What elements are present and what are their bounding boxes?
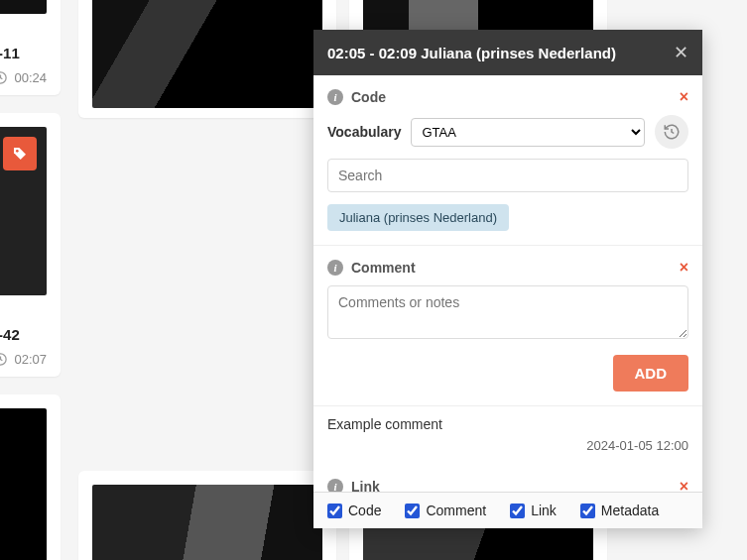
annotation-modal: 02:05 - 02:09 Juliana (prinses Nederland… xyxy=(313,30,702,528)
card-duration: 00:24 xyxy=(14,70,47,85)
toggle-code[interactable]: Code xyxy=(327,503,381,518)
remove-section-icon[interactable]: × xyxy=(680,478,688,492)
tag-icon xyxy=(3,137,37,170)
info-icon: i xyxy=(327,89,343,105)
thumbnail xyxy=(92,0,322,108)
video-card[interactable]: POLYGOON HOLLANDS NIEUWS Weeknummer 74-4… xyxy=(0,113,61,377)
code-search-input[interactable] xyxy=(327,159,688,192)
code-chip[interactable]: Juliana (prinses Nederland) xyxy=(327,204,509,231)
card-title: POLYGOON HOLLANDS NIEUWS Weeknummer 74-4… xyxy=(0,305,47,344)
code-section: i Code × Vocabulary GTAA Juliana (prinse… xyxy=(313,75,702,245)
section-heading: Link xyxy=(351,479,380,492)
card-duration: 02:07 xyxy=(14,352,47,367)
thumbnail xyxy=(92,485,322,560)
checkbox-code[interactable] xyxy=(327,504,342,518)
video-card[interactable] xyxy=(78,471,336,560)
video-card[interactable]: POLYGOON HOLLANDS NIEUWS Weeknummer 74-1… xyxy=(0,0,61,95)
history-icon[interactable] xyxy=(655,115,688,149)
remove-section-icon[interactable]: × xyxy=(680,88,688,106)
existing-comment: Example comment xyxy=(313,405,702,436)
comment-input[interactable] xyxy=(327,285,688,339)
checkbox-comment[interactable] xyxy=(405,504,420,518)
section-heading: Comment xyxy=(351,260,416,276)
section-heading: Code xyxy=(351,89,386,105)
video-card[interactable] xyxy=(0,394,61,560)
toggle-metadata[interactable]: Metadata xyxy=(580,503,659,518)
vocabulary-select[interactable]: GTAA xyxy=(411,118,645,147)
video-card[interactable] xyxy=(78,0,336,118)
column-1: POLYGOON HOLLANDS NIEUWS Weeknummer 74-1… xyxy=(0,0,61,560)
clock-icon xyxy=(0,70,8,85)
modal-footer: Code Comment Link Metadata xyxy=(313,492,702,528)
thumbnail xyxy=(0,127,47,295)
toggle-comment[interactable]: Comment xyxy=(405,503,486,518)
modal-title: 02:05 - 02:09 Juliana (prinses Nederland… xyxy=(327,45,616,61)
info-icon: i xyxy=(327,260,343,276)
link-section: i Link × xyxy=(313,465,702,492)
clock-icon xyxy=(0,352,8,367)
close-icon[interactable]: ✕ xyxy=(674,42,688,63)
thumbnail xyxy=(0,0,47,14)
info-icon: i xyxy=(327,479,343,492)
svg-point-1 xyxy=(16,150,19,153)
vocabulary-label: Vocabulary xyxy=(327,124,401,140)
card-title: POLYGOON HOLLANDS NIEUWS Weeknummer 74-1… xyxy=(0,24,47,62)
modal-header: 02:05 - 02:09 Juliana (prinses Nederland… xyxy=(313,30,702,75)
checkbox-link[interactable] xyxy=(510,504,525,518)
add-button[interactable]: ADD xyxy=(613,355,689,392)
modal-body: i Code × Vocabulary GTAA Juliana (prinse… xyxy=(313,75,702,492)
toggle-link[interactable]: Link xyxy=(510,503,557,518)
thumbnail xyxy=(0,408,47,560)
column-2 xyxy=(78,0,336,560)
comment-section: i Comment × ADD xyxy=(313,245,702,405)
existing-comment-date: 2024-01-05 12:00 xyxy=(313,436,702,465)
checkbox-metadata[interactable] xyxy=(580,504,595,518)
remove-section-icon[interactable]: × xyxy=(680,259,688,277)
